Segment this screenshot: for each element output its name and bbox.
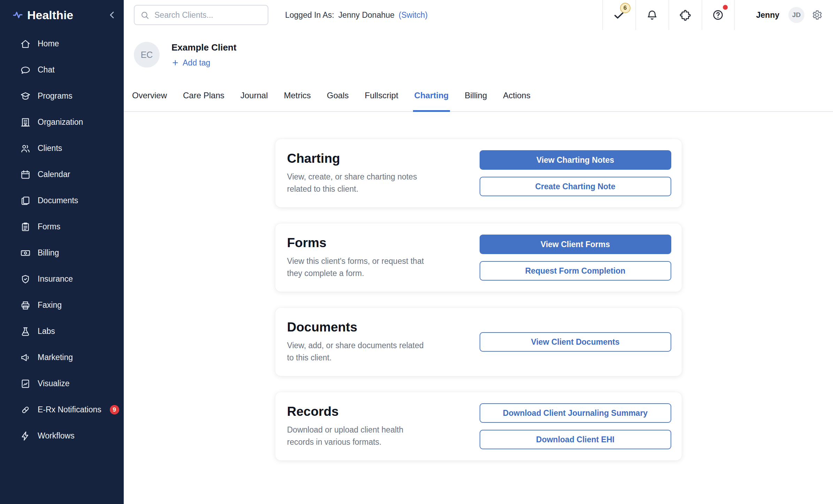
notification-count-badge: 9 bbox=[110, 405, 119, 414]
organization-icon bbox=[20, 117, 31, 128]
help-button[interactable] bbox=[702, 0, 735, 30]
sidebar-item-label: Calendar bbox=[38, 170, 70, 179]
tab-goals[interactable]: Goals bbox=[326, 82, 350, 112]
card-description: Download or upload client health records… bbox=[287, 424, 425, 448]
billing-icon bbox=[20, 248, 31, 258]
sidebar-item-billing[interactable]: Billing bbox=[0, 240, 124, 266]
logged-in-as: Logged In As: Jenny Donahue (Switch) bbox=[285, 10, 428, 20]
sidebar-item-organization[interactable]: Organization bbox=[0, 109, 124, 135]
search-input[interactable] bbox=[154, 10, 262, 20]
sidebar-item-label: Marketing bbox=[38, 353, 73, 362]
integrations-button[interactable] bbox=[668, 0, 702, 30]
view-charting-notes-button[interactable]: View Charting Notes bbox=[480, 150, 671, 170]
plus-icon bbox=[171, 59, 179, 67]
search-box[interactable] bbox=[134, 5, 268, 25]
settings-gear-icon[interactable] bbox=[811, 9, 823, 21]
sidebar-item-marketing[interactable]: Marketing bbox=[0, 344, 124, 371]
tab-charting[interactable]: Charting bbox=[413, 82, 450, 112]
content: Charting View, create, or share charting… bbox=[124, 112, 833, 504]
sidebar-item-visualize[interactable]: Visualize bbox=[0, 371, 124, 397]
user-avatar[interactable]: JD bbox=[788, 7, 804, 23]
tab-metrics[interactable]: Metrics bbox=[282, 82, 312, 112]
sidebar-item-programs[interactable]: Programs bbox=[0, 83, 124, 109]
sidebar-item-label: Chat bbox=[38, 65, 55, 75]
marketing-icon bbox=[20, 352, 31, 363]
sidebar-item-label: Home bbox=[38, 39, 59, 48]
sidebar-item-label: Billing bbox=[38, 248, 59, 258]
sidebar-item-label: Workflows bbox=[38, 431, 75, 441]
sidebar-logo-row: Healthie bbox=[0, 0, 124, 30]
logo-pulse-icon bbox=[13, 10, 23, 20]
sidebar-collapse-button[interactable] bbox=[107, 10, 117, 20]
sidebar-item-faxing[interactable]: Faxing bbox=[0, 292, 124, 318]
view-client-forms-button[interactable]: View Client Forms bbox=[480, 235, 671, 254]
card-info: Charting View, create, or share charting… bbox=[287, 151, 480, 195]
create-charting-note-button[interactable]: Create Charting Note bbox=[480, 177, 671, 196]
chat-icon bbox=[20, 65, 31, 75]
sidebar-item-labs[interactable]: Labs bbox=[0, 318, 124, 344]
sidebar-item-erx-notifications[interactable]: E-Rx Notifications 9 bbox=[0, 397, 124, 423]
tab-overview[interactable]: Overview bbox=[131, 82, 168, 112]
calendar-icon bbox=[20, 169, 31, 180]
card-records: Records Download or upload client health… bbox=[275, 392, 682, 460]
card-description: View this client's forms, or request tha… bbox=[287, 255, 425, 280]
client-name: Example Client bbox=[171, 42, 236, 53]
switch-user-link[interactable]: (Switch) bbox=[399, 10, 428, 20]
tab-journal[interactable]: Journal bbox=[239, 82, 269, 112]
sidebar-item-documents[interactable]: Documents bbox=[0, 188, 124, 214]
sidebar-item-insurance[interactable]: Insurance bbox=[0, 266, 124, 292]
sidebar-item-label: Labs bbox=[38, 327, 55, 336]
user-name: Jenny bbox=[756, 10, 779, 20]
sidebar-item-label: Organization bbox=[38, 117, 83, 127]
add-tag-label: Add tag bbox=[183, 58, 210, 68]
request-form-completion-button[interactable]: Request Form Completion bbox=[480, 261, 671, 281]
sidebar-item-label: Insurance bbox=[38, 274, 73, 284]
card-forms: Forms View this client's forms, or reque… bbox=[275, 223, 682, 292]
sidebar-item-label: E-Rx Notifications bbox=[38, 405, 101, 414]
client-info: Example Client Add tag bbox=[171, 42, 236, 68]
sidebar-item-label: Clients bbox=[38, 144, 62, 153]
topbar-right: 6 Jenny bbox=[602, 0, 833, 30]
download-client-ehi-button[interactable]: Download Client EHI bbox=[480, 430, 671, 449]
tab-actions[interactable]: Actions bbox=[502, 82, 532, 112]
healthie-logo: Healthie bbox=[13, 8, 73, 22]
tab-fullscript[interactable]: Fullscript bbox=[364, 82, 400, 112]
sidebar-item-label: Faxing bbox=[38, 300, 62, 310]
sidebar-item-label: Visualize bbox=[38, 379, 70, 388]
brand-name: Healthie bbox=[27, 8, 73, 22]
search-icon bbox=[140, 10, 150, 20]
workflows-icon bbox=[20, 431, 31, 441]
card-title: Records bbox=[287, 404, 480, 419]
add-tag-button[interactable]: Add tag bbox=[171, 58, 236, 68]
sidebar-item-forms[interactable]: Forms bbox=[0, 214, 124, 240]
visualize-icon bbox=[20, 379, 31, 389]
sidebar-item-workflows[interactable]: Workflows bbox=[0, 423, 124, 449]
card-description: View, add, or share documents related to… bbox=[287, 339, 425, 364]
tab-billing[interactable]: Billing bbox=[463, 82, 488, 112]
card-info: Forms View this client's forms, or reque… bbox=[287, 236, 480, 280]
card-description: View, create, or share charting notes re… bbox=[287, 171, 425, 195]
card-info: Records Download or upload client health… bbox=[287, 404, 480, 448]
notifications-button[interactable] bbox=[635, 0, 668, 30]
sidebar-item-calendar[interactable]: Calendar bbox=[0, 161, 124, 188]
card-title: Documents bbox=[287, 320, 480, 335]
sidebar-nav: Home Chat Programs Organization Clients … bbox=[0, 30, 124, 449]
tasks-button[interactable]: 6 bbox=[602, 0, 635, 30]
clients-icon bbox=[20, 143, 31, 154]
card-title: Charting bbox=[287, 151, 480, 166]
client-tabs: Overview Care Plans Journal Metrics Goal… bbox=[124, 82, 833, 112]
sidebar-item-clients[interactable]: Clients bbox=[0, 135, 124, 161]
tab-care-plans[interactable]: Care Plans bbox=[182, 82, 226, 112]
sidebar-item-label: Programs bbox=[38, 91, 72, 101]
sidebar-item-home[interactable]: Home bbox=[0, 31, 124, 57]
download-client-journaling-summary-button[interactable]: Download Client Journaling Summary bbox=[480, 403, 671, 423]
sidebar-item-chat[interactable]: Chat bbox=[0, 57, 124, 83]
bell-icon bbox=[646, 9, 658, 21]
home-icon bbox=[20, 39, 31, 49]
view-client-documents-button[interactable]: View Client Documents bbox=[480, 332, 671, 352]
card-actions: Download Client Journaling SummaryDownlo… bbox=[480, 403, 671, 449]
tasks-count-badge: 6 bbox=[620, 3, 631, 13]
card-info: Documents View, add, or share documents … bbox=[287, 320, 480, 364]
erx-icon bbox=[20, 405, 31, 415]
logged-in-label: Logged In As: bbox=[285, 10, 334, 20]
